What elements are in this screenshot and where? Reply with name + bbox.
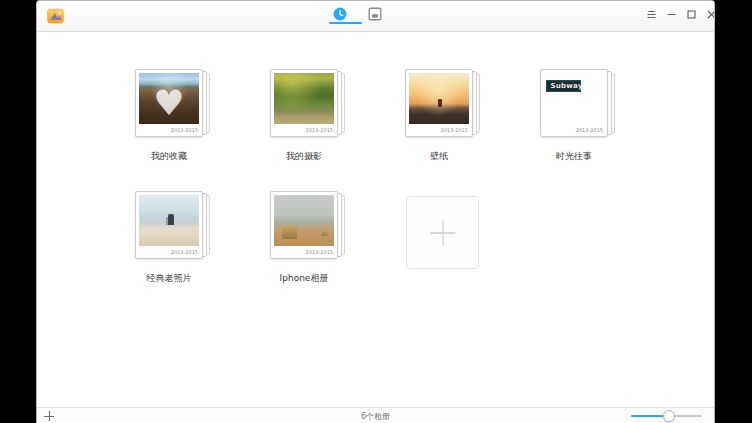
album-card-my-photography[interactable]: 2013-2015 我的摄影 — [270, 69, 346, 137]
subway-sign: Subway — [546, 80, 581, 92]
album-date-range: 2013-2015 — [576, 127, 603, 133]
album-name[interactable]: Iphone相册 — [255, 272, 353, 285]
album-name[interactable]: 我的摄影 — [255, 150, 353, 163]
close-icon — [706, 9, 716, 20]
album-date-range: 2013-2015 — [171, 249, 198, 255]
album-thumbnail-stack[interactable]: 2013-2015 — [405, 69, 481, 137]
window-close-button[interactable] — [701, 4, 715, 24]
favorites-heart-icon: ♥ — [139, 78, 199, 124]
album-thumbnail-stack[interactable]: 2013-2015 — [135, 191, 211, 259]
album-name[interactable]: 壁纸 — [390, 150, 488, 163]
slider-thumb[interactable] — [663, 410, 675, 422]
album-card-old-times[interactable]: Subway 2013-2015 时光往事 — [540, 69, 616, 137]
album-cover-photo — [274, 195, 334, 246]
album-polaroid[interactable]: 2013-2015 — [135, 191, 203, 259]
album-name[interactable]: 经典老照片 — [120, 272, 218, 285]
album-thumbnail-stack[interactable]: ♥ 2013-2015 — [135, 69, 211, 137]
image-viewer-app-icon — [47, 8, 64, 25]
album-card-wallpaper[interactable]: 2013-2015 壁纸 — [405, 69, 481, 137]
albums-tab-album-book-icon[interactable] — [368, 7, 382, 21]
thumbnail-zoom-slider[interactable] — [631, 408, 702, 423]
window-maximize-button[interactable] — [681, 4, 701, 24]
title-bar[interactable] — [37, 1, 714, 32]
active-tab-underline — [329, 22, 362, 24]
album-polaroid[interactable]: 2013-2015 — [270, 191, 338, 259]
timeline-tab-clock-icon[interactable] — [333, 7, 347, 21]
album-polaroid[interactable]: Subway 2013-2015 — [540, 69, 608, 137]
maximize-icon — [686, 9, 697, 20]
bottom-bar: 6个相册 — [37, 407, 714, 423]
album-polaroid[interactable]: 2013-2015 — [405, 69, 473, 137]
album-thumbnail-stack[interactable]: Subway 2013-2015 — [540, 69, 616, 137]
album-cover-photo — [409, 73, 469, 124]
album-card-iphone[interactable]: 2013-2015 Iphone相册 — [270, 191, 346, 259]
album-date-range: 2013-2015 — [441, 127, 468, 133]
album-cover-photo — [139, 195, 199, 246]
album-cover-photo — [274, 73, 334, 124]
add-album-tile[interactable] — [406, 196, 479, 269]
album-polaroid[interactable]: ♥ 2013-2015 — [135, 69, 203, 137]
album-thumbnail-stack[interactable]: 2013-2015 — [270, 69, 346, 137]
album-cover-photo: ♥ — [139, 73, 199, 124]
window-menu-button[interactable] — [641, 4, 661, 24]
album-date-range: 2013-2015 — [306, 249, 333, 255]
album-polaroid[interactable]: 2013-2015 — [270, 69, 338, 137]
album-thumbnail-stack[interactable]: 2013-2015 — [270, 191, 346, 259]
plus-icon — [430, 220, 455, 245]
window-minimize-button[interactable] — [661, 4, 681, 24]
album-date-range: 2013-2015 — [306, 127, 333, 133]
album-name[interactable]: 我的收藏 — [120, 150, 218, 163]
album-count-label: 6个相册 — [37, 411, 714, 422]
album-card-favorites[interactable]: ♥ 2013-2015 我的收藏 — [135, 69, 211, 137]
album-name[interactable]: 时光往事 — [525, 150, 623, 163]
album-cover-photo: Subway — [544, 73, 604, 124]
minimize-icon — [666, 9, 677, 20]
menu-icon — [646, 9, 657, 20]
album-date-range: 2013-2015 — [171, 127, 198, 133]
album-card-classic-old-photos[interactable]: 2013-2015 经典老照片 — [135, 191, 211, 259]
app-window: ♥ 2013-2015 我的收藏 2013-2015 我的摄影 — [36, 0, 715, 423]
